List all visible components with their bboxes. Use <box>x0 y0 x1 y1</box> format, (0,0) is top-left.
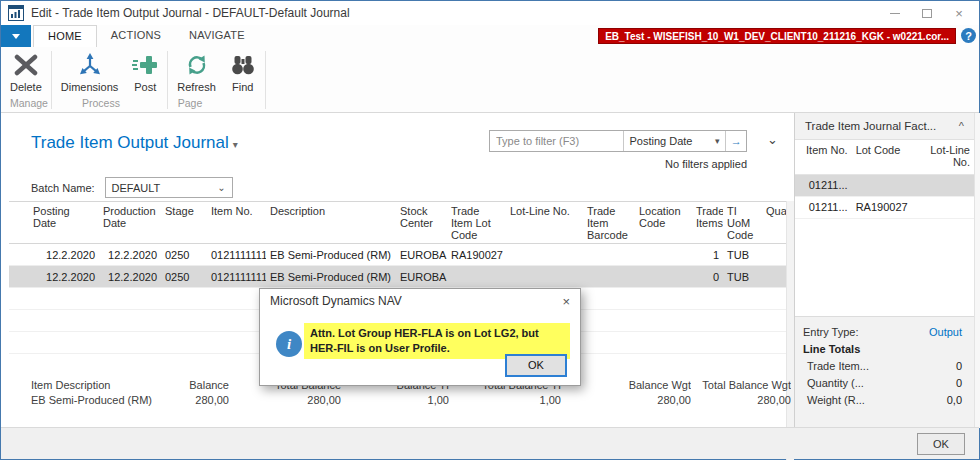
batch-name-label: Batch Name: <box>31 182 95 194</box>
cell-description[interactable]: EB Semi-Produced (RM) <box>266 266 396 288</box>
entry-type-label: Entry Type: <box>803 326 858 338</box>
col-quantity[interactable]: Quantity <box>762 202 786 244</box>
col-ti-uom-code[interactable]: TI UoM Code <box>723 202 762 244</box>
maximize-button[interactable] <box>911 1 943 25</box>
close-button[interactable]: × <box>943 1 975 25</box>
filter-pane-collapse-button[interactable]: ⌄ <box>767 132 778 147</box>
info-icon: i <box>276 331 302 357</box>
fb-cell-lot-code[interactable] <box>852 174 919 196</box>
close-icon: × <box>955 6 963 21</box>
cell-lot-line-no[interactable] <box>506 266 583 288</box>
filter-input[interactable] <box>490 131 623 151</box>
dimensions-button[interactable]: Dimensions <box>54 49 125 97</box>
cell-location-code[interactable] <box>635 244 692 266</box>
refresh-button[interactable]: Refresh <box>170 49 223 97</box>
fb-col-lot-code[interactable]: Lot Code <box>852 140 919 174</box>
cell-production-date[interactable]: 12.2.2020 <box>99 266 161 288</box>
help-button[interactable]: ? <box>961 28 976 43</box>
batch-name-select[interactable]: DEFAULT ⌄ <box>105 177 233 198</box>
col-stock-center[interactable]: Stock Center <box>396 202 447 244</box>
col-location-code[interactable]: Location Code <box>635 202 692 244</box>
fb-cell-item-no[interactable]: 01211... <box>795 196 852 218</box>
quantity-total-label: Quantity (... <box>803 377 864 389</box>
trade-item-total-label: Trade Item... <box>803 360 869 372</box>
list-item[interactable]: 01211... <box>795 174 974 196</box>
dialog-title-bar[interactable]: Microsoft Dynamics NAV × <box>260 289 580 313</box>
cell-barcode[interactable] <box>583 244 635 266</box>
help-icon: ? <box>965 30 972 42</box>
factbox-panel: Trade Item Journal Fact... ^ Item No. Lo… <box>795 113 974 428</box>
fb-cell-item-no[interactable]: 01211... <box>795 174 852 196</box>
post-button[interactable]: Post <box>125 49 165 97</box>
cell-trade-items[interactable]: 1 <box>692 244 723 266</box>
dialog-close-icon[interactable]: × <box>562 294 570 309</box>
list-item[interactable]: 01211... RA190027 <box>795 196 974 218</box>
fb-col-lot-line-no[interactable]: Lot-Line No. <box>918 140 974 174</box>
col-item-no[interactable]: Item No. <box>207 202 266 244</box>
cell-quantity[interactable] <box>762 266 786 288</box>
fb-col-item-no[interactable]: Item No. <box>795 140 852 174</box>
cell-item-no[interactable]: 0121111111 <box>207 244 266 266</box>
cell-item-no[interactable]: 0121111111 <box>207 266 266 288</box>
ribbon-separator <box>265 51 266 109</box>
factbox-list: Item No. Lot Code Lot-Line No. 01211... … <box>795 139 974 317</box>
col-trade-item-lot-code[interactable]: Trade Item Lot Code <box>447 202 506 244</box>
tab-home[interactable]: HOME <box>33 25 97 47</box>
title-bar: Edit - Trade Item Output Journal - DEFAU… <box>1 1 979 25</box>
cell-stage[interactable]: 0250 <box>161 266 207 288</box>
cell-lot-code[interactable]: RA190027 <box>447 244 506 266</box>
nav-app-icon <box>8 5 24 21</box>
chevron-up-icon[interactable]: ^ <box>959 120 964 132</box>
minimize-icon <box>890 13 900 14</box>
cell-lot-code[interactable] <box>447 266 506 288</box>
minimize-button[interactable] <box>879 1 911 25</box>
app-window: Edit - Trade Item Output Journal - DEFAU… <box>0 0 980 460</box>
fb-cell-lot-line[interactable] <box>918 196 974 218</box>
cell-stage[interactable]: 0250 <box>161 244 207 266</box>
totals-value-balance: 280,00 <box>181 394 229 406</box>
cell-posting-date[interactable]: 12.2.2020 <box>9 244 99 266</box>
cell-ti-uom[interactable]: TUB <box>723 266 762 288</box>
fb-cell-lot-code[interactable]: RA190027 <box>852 196 919 218</box>
tab-actions[interactable]: ACTIONS <box>97 25 175 47</box>
cell-stock-center[interactable]: EUROBA... <box>396 266 447 288</box>
col-trade-item-barcode[interactable]: Trade Item Barcode <box>583 202 635 244</box>
app-menu-button[interactable] <box>1 25 31 47</box>
table-row-selected[interactable]: 12.2.2020 12.2.2020 0250 0121111111 EB S… <box>9 266 786 288</box>
dialog-ok-button[interactable]: OK <box>505 354 567 377</box>
factbox-scrollbar[interactable] <box>974 113 980 428</box>
cell-stock-center[interactable]: EUROBA... <box>396 244 447 266</box>
page-ok-button[interactable]: OK <box>917 433 965 455</box>
totals-header-balance: Balance <box>181 379 229 391</box>
cell-location-code[interactable] <box>635 266 692 288</box>
col-trade-items[interactable]: Trade Items <box>692 202 723 244</box>
page-title-caret-icon[interactable]: ▾ <box>233 139 238 150</box>
cell-posting-date[interactable]: 12.2.2020 <box>9 266 99 288</box>
chevron-down-icon: ▾ <box>715 136 720 146</box>
cell-production-date[interactable]: 12.2.2020 <box>99 244 161 266</box>
cell-ti-uom[interactable]: TUB <box>723 244 762 266</box>
find-button[interactable]: Find <box>223 49 263 97</box>
trade-item-total-value: 0 <box>956 360 962 372</box>
line-totals-label: Line Totals <box>803 343 860 355</box>
cell-lot-line-no[interactable] <box>506 244 583 266</box>
filter-field-dropdown[interactable]: Posting Date ▾ <box>623 131 725 151</box>
table-row[interactable]: 12.2.2020 12.2.2020 0250 0121111111 EB S… <box>9 244 786 266</box>
cell-trade-items[interactable]: 0 <box>692 266 723 288</box>
vertical-scrollbar[interactable] <box>786 201 794 460</box>
cell-description[interactable]: EB Semi-Produced (RM) <box>266 244 396 266</box>
col-stage[interactable]: Stage <box>161 202 207 244</box>
fb-cell-lot-line[interactable] <box>918 174 974 196</box>
cell-barcode[interactable] <box>583 266 635 288</box>
cell-quantity[interactable] <box>762 244 786 266</box>
apply-filter-button[interactable]: → <box>725 131 746 151</box>
delete-button[interactable]: Delete <box>3 49 49 97</box>
col-posting-date[interactable]: Posting Date <box>9 202 99 244</box>
entry-type-value[interactable]: Output <box>929 326 962 338</box>
col-description[interactable]: Description <box>266 202 396 244</box>
tab-navigate[interactable]: NAVIGATE <box>175 25 259 47</box>
col-lot-line-no[interactable]: Lot-Line No. <box>506 202 583 244</box>
dimensions-arrows-icon <box>77 52 103 78</box>
col-production-date[interactable]: Production Date <box>99 202 161 244</box>
ribbon-tab-row: HOME ACTIONS NAVIGATE EB_Test - WISEFISH… <box>1 25 979 47</box>
